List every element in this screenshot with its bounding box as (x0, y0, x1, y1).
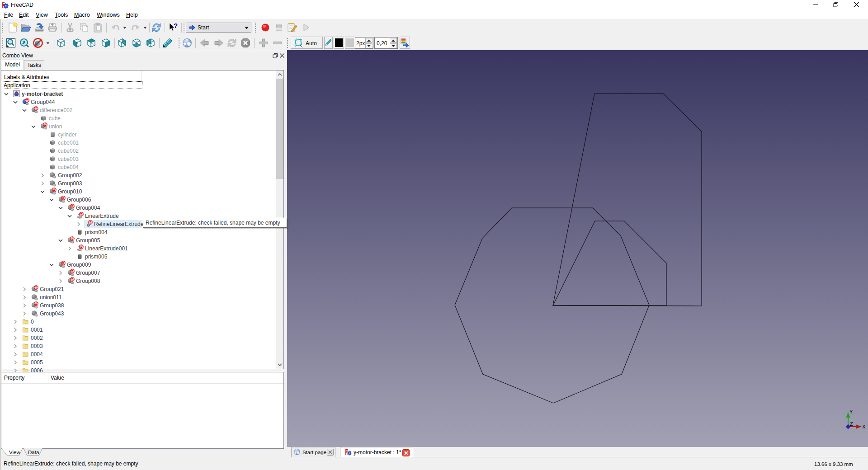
svg-text:X: X (862, 424, 866, 429)
svg-text:Y: Y (849, 409, 853, 414)
svg-text:Data: Data (28, 450, 39, 455)
svg-text:Z: Z (850, 421, 853, 427)
svg-text:View: View (9, 450, 20, 455)
